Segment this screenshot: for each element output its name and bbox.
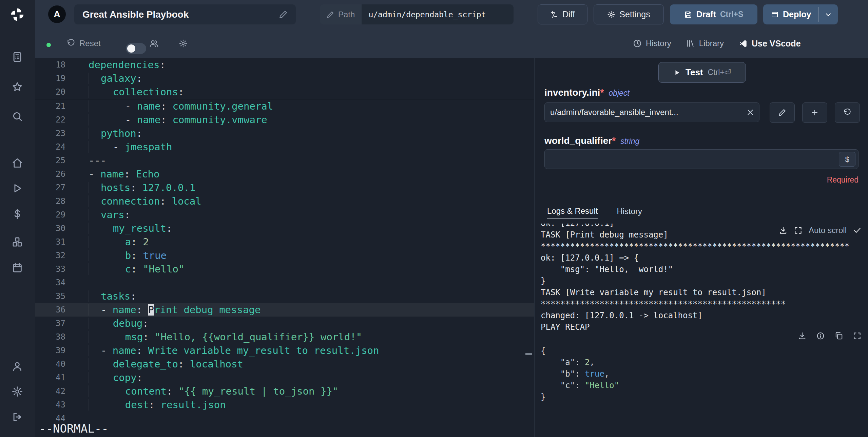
- star-icon[interactable]: [12, 81, 23, 93]
- edit-title-icon[interactable]: [279, 10, 288, 19]
- play-icon[interactable]: [12, 183, 23, 194]
- draft-label: Draft: [696, 10, 716, 19]
- editor-settings-button[interactable]: [179, 29, 188, 58]
- toggle-knob: [127, 44, 135, 53]
- code-line[interactable]: 37 debug:: [35, 317, 534, 330]
- calendar-icon[interactable]: [12, 262, 23, 273]
- tab-history[interactable]: History: [617, 204, 642, 219]
- home-icon[interactable]: [12, 157, 23, 169]
- windmill-logo[interactable]: [9, 7, 25, 22]
- calculator-icon[interactable]: [12, 51, 23, 63]
- code-lines[interactable]: 21 - name: community.general22 - name: c…: [35, 99, 534, 425]
- diff-toggle[interactable]: [126, 43, 146, 54]
- code-line[interactable]: 44: [35, 412, 534, 425]
- log-line: }: [541, 275, 866, 287]
- code-line[interactable]: 21 - name: community.general: [35, 99, 534, 113]
- code-line[interactable]: 22 - name: community.vmware: [35, 113, 534, 127]
- add-resource-button[interactable]: [802, 102, 827, 123]
- inventory-input-wrap: [544, 102, 759, 122]
- logout-icon[interactable]: [12, 411, 23, 423]
- history-icon: [633, 39, 642, 48]
- expand-logs-icon[interactable]: [794, 226, 803, 235]
- code-line[interactable]: 24 - jmespath: [35, 140, 534, 154]
- download-logs-icon[interactable]: [779, 226, 788, 235]
- code-line[interactable]: 20 collections:: [35, 85, 534, 99]
- diff-button[interactable]: Diff: [538, 4, 587, 24]
- code-line[interactable]: 26- name: Echo: [35, 167, 534, 181]
- info-icon[interactable]: [816, 331, 825, 340]
- tab-logs-result[interactable]: Logs & Result: [547, 204, 598, 219]
- deploy-dropdown-button[interactable]: [819, 4, 838, 24]
- collaborators-button[interactable]: [149, 29, 159, 58]
- log-line: ****************************************…: [541, 241, 866, 252]
- code-line[interactable]: 18dependencies:: [35, 58, 534, 72]
- boxes-icon[interactable]: [12, 236, 23, 248]
- path-group[interactable]: Path u/admin/dependable_script: [320, 4, 514, 24]
- field-label-world-qualifier: world_qualifier* string: [544, 135, 639, 146]
- code-line[interactable]: 34: [35, 276, 534, 289]
- world-qualifier-input[interactable]: [544, 149, 859, 169]
- code-line[interactable]: 19 galaxy:: [35, 72, 534, 85]
- sidebar: [0, 0, 35, 437]
- test-button[interactable]: Test Ctrl+⏎: [658, 62, 746, 83]
- search-icon[interactable]: [12, 111, 23, 122]
- reset-button[interactable]: Reset: [66, 29, 101, 58]
- draft-button[interactable]: Draft Ctrl+S: [670, 4, 757, 24]
- plus-icon: [811, 109, 819, 117]
- line-number: 21: [35, 99, 65, 113]
- dollar-icon[interactable]: [12, 208, 23, 220]
- var-picker-button[interactable]: $: [839, 152, 855, 167]
- code-line[interactable]: 38 msg: "Hello, {{world_qualifier}} worl…: [35, 330, 534, 344]
- refresh-icon: [843, 109, 851, 117]
- settings-button[interactable]: Settings: [594, 4, 664, 24]
- code-line[interactable]: 28 connection: local: [35, 194, 534, 208]
- run-panel: Test Ctrl+⏎ inventory.ini* object world_…: [534, 58, 868, 437]
- code-line[interactable]: 35 tasks:: [35, 289, 534, 303]
- line-number: 23: [35, 127, 65, 140]
- field-label-inventory: inventory.ini* object: [544, 87, 630, 98]
- library-button[interactable]: Library: [686, 39, 724, 48]
- code-line[interactable]: 43 dest: result.json: [35, 398, 534, 412]
- download-result-icon[interactable]: [798, 331, 807, 340]
- refresh-resource-button[interactable]: [835, 102, 860, 123]
- world-qualifier-input-wrap: $: [544, 149, 859, 169]
- path-chip[interactable]: Path: [320, 4, 362, 24]
- deploy-button[interactable]: Deploy: [763, 4, 818, 24]
- field-type: object: [609, 89, 629, 98]
- code-line[interactable]: 40 delegate_to: localhost: [35, 357, 534, 371]
- code-line[interactable]: 31 a: 2: [35, 235, 534, 249]
- autoscroll-check-icon[interactable]: [853, 226, 862, 235]
- line-number: 35: [35, 289, 65, 303]
- code-line[interactable]: 29 vars:: [35, 208, 534, 222]
- code-line[interactable]: 39 - name: Write variable my_result to r…: [35, 344, 534, 357]
- diff-label: Diff: [562, 10, 575, 19]
- result-toolbar: [798, 331, 862, 340]
- edit-resource-button[interactable]: [770, 102, 795, 123]
- expand-result-icon[interactable]: [853, 331, 862, 340]
- gear-icon: [607, 11, 615, 19]
- users-icon: [149, 39, 159, 48]
- history-button[interactable]: History: [633, 39, 671, 48]
- clear-icon[interactable]: [746, 108, 755, 117]
- sticky-scroll[interactable]: 18dependencies:19 galaxy:20 collections:: [35, 58, 534, 99]
- use-vscode-button[interactable]: Use VScode: [739, 39, 801, 49]
- copy-result-icon[interactable]: [834, 331, 843, 340]
- code-line[interactable]: 30 my_result:: [35, 222, 534, 235]
- code-line[interactable]: 27 hosts: 127.0.0.1: [35, 181, 534, 194]
- code-line[interactable]: 32 b: true: [35, 249, 534, 262]
- code-line[interactable]: 36 - name: Print debug message: [35, 303, 534, 317]
- code-line[interactable]: 23 python:: [35, 127, 534, 140]
- line-number: 27: [35, 181, 65, 194]
- gear-icon[interactable]: [12, 386, 23, 397]
- avatar[interactable]: A: [48, 5, 66, 23]
- code-editor[interactable]: 18dependencies:19 galaxy:20 collections:…: [35, 58, 534, 437]
- inventory-input[interactable]: [544, 102, 759, 122]
- user-icon[interactable]: [12, 361, 23, 372]
- overview-ruler-marker: [525, 353, 532, 355]
- code-line[interactable]: 33 c: "Hello": [35, 262, 534, 276]
- script-title-box[interactable]: Great Ansible Playbook: [74, 4, 296, 24]
- code-line[interactable]: 25---: [35, 154, 534, 167]
- code-line[interactable]: 42 content: "{{ my_result | to_json }}": [35, 384, 534, 398]
- code-line[interactable]: 41 copy:: [35, 371, 534, 384]
- field-name: world_qualifier: [544, 135, 612, 146]
